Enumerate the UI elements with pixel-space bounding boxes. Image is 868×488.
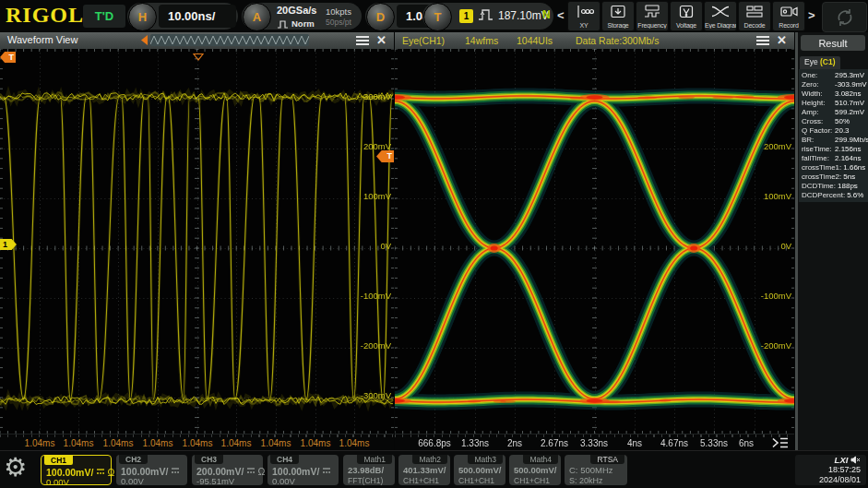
measurement-row: BR:299.9Mb/s — [802, 136, 868, 145]
wf-time-label: 1.04ms — [175, 438, 220, 448]
measurement-row: DCDTime:188ps — [802, 182, 868, 191]
channel4-box[interactable]: CH4 100.00mV/ 0.00V — [268, 455, 339, 485]
channel2-box[interactable]: CH2 100.00mV/ 0.00V — [116, 455, 187, 485]
bottom-bar: ⚙ CH1 100.00mV/Ω 0.00V CH2 100.00mV/ 0.0… — [0, 450, 868, 488]
dc-coupling-icon — [246, 465, 256, 476]
measurement-row: Zero:-303.9mV — [802, 80, 868, 89]
horizontal-scale[interactable]: 10.00ns/ — [159, 5, 236, 28]
measurement-row: Amp:599.2mV — [802, 108, 868, 117]
trigger-level: 187.10mV — [498, 9, 549, 22]
measurement-row: Cross:50% — [802, 117, 868, 126]
math1-box[interactable]: Math1 23.98dB/ FFT(CH1) — [343, 455, 395, 485]
acq-mode-icon — [277, 17, 289, 33]
wf-volt-label: 300mV — [345, 91, 391, 101]
dc-coupling-icon — [322, 465, 331, 476]
measurement-row: Height:510.7mV — [802, 99, 868, 108]
top-bar: RIGOL T'D H 10.00ns/ A 20GSa/s Norm 10kp… — [0, 0, 868, 32]
waveform-menu-icon[interactable] — [356, 36, 369, 45]
channel1-box[interactable]: CH1 100.00mV/Ω 0.00V — [41, 455, 112, 485]
tool-record[interactable]: Record — [772, 1, 805, 31]
wf-time-label: 1.04ms — [56, 438, 101, 448]
channel3-box[interactable]: CH3 200.00mV/Ω -95.51mV — [192, 455, 263, 485]
eye-time-axis: 666.8ps 1.33ns 2ns 2.67ns 3.33ns 4ns 4.6… — [395, 434, 794, 451]
eye-data-rate: Data Rate:300Mb/s — [576, 35, 659, 46]
rigol-logo: RIGOL — [6, 3, 84, 28]
wf-volt-label: -200mV — [345, 340, 391, 351]
speaker-muted-icon — [850, 456, 861, 464]
waveform-preview-strip[interactable] — [150, 34, 309, 46]
dc-coupling-icon — [171, 465, 180, 476]
measurement-row: fallTime:2.164ns — [802, 154, 868, 163]
tool-voltage[interactable]: Voltage — [670, 1, 703, 31]
tool-eye-diagram[interactable]: Eye Diagram — [704, 1, 737, 31]
wf-time-label: 1.04ms — [18, 438, 62, 448]
waveform-grid[interactable]: 300mV 200mV 100mV 0V -100mV -200mV -300m… — [0, 49, 394, 434]
result-panel: Result Eye (C1) One:295.3mV Zero:-303.9m… — [795, 32, 868, 450]
eye-title: Eye(CH1) — [402, 35, 445, 46]
clock-time: 18:57:25 — [795, 465, 861, 475]
horizontal-knob[interactable]: H — [128, 3, 157, 31]
wf-volt-label: -300mV — [345, 390, 391, 400]
system-status-box[interactable]: LXI 18:57:25 2024/08/01 — [795, 455, 866, 485]
eye-diagram-icon — [710, 5, 731, 18]
wf-time-label: 1.04ms — [332, 438, 376, 448]
memory-depth: 10kpts — [326, 6, 351, 17]
result-button[interactable]: Result — [801, 35, 865, 51]
acquire-knob[interactable]: A — [243, 3, 271, 31]
wf-time-label: 1.04ms — [96, 438, 140, 448]
oscilloscope-screen: RIGOL T'D H 10.00ns/ A 20GSa/s Norm 10kp… — [0, 0, 868, 488]
wf-time-label: 1.04ms — [214, 438, 258, 448]
preview-back-icon[interactable] — [140, 35, 149, 47]
waveform-display[interactable] — [0, 49, 394, 434]
trigger-position-marker[interactable] — [193, 48, 204, 65]
self-test-button[interactable] — [822, 2, 867, 32]
math3-box[interactable]: Math3 500.00mV/ CH1+CH1 — [454, 455, 505, 485]
eye-wfms: 14wfms — [465, 35, 498, 46]
delay-knob[interactable]: D — [366, 3, 395, 31]
xy-icon — [574, 5, 594, 18]
eye-volt-label: 100mV — [745, 191, 791, 201]
acq-mode: Norm — [291, 18, 315, 29]
eye-volt-label: -100mV — [745, 291, 791, 301]
measurement-list: One:295.3mV Zero:-303.9mV Width:3.082ns … — [799, 69, 868, 202]
measurement-row: One:295.3mV — [802, 71, 868, 80]
waveform-time-axis: 1.04ms 1.04ms 1.04ms 1.04ms 1.04ms 1.04m… — [0, 434, 394, 451]
sample-rate: 20GSa/s — [277, 5, 316, 16]
settings-gear-icon[interactable]: ⚙ — [4, 452, 27, 482]
wf-time-label: 1.04ms — [293, 438, 338, 448]
eye-grid[interactable]: 200mV 100mV 0V -100mV -200mV — [395, 49, 794, 434]
math2-box[interactable]: Math2 401.33mV/ CH1+CH1 — [398, 455, 450, 485]
trigger-slope-icon — [478, 7, 493, 26]
toolbar-scroll-left[interactable]: < — [557, 8, 565, 22]
decode-icon — [744, 5, 765, 18]
measurement-row: Width:3.082ns — [802, 89, 868, 99]
tool-xy[interactable]: XY — [567, 1, 600, 31]
math4-box[interactable]: Math4 500.00mV/ CH1+CH1 — [509, 455, 561, 485]
rtsa-box[interactable]: RTSA C: 500MHz S: 20kHz — [565, 455, 627, 485]
record-icon — [779, 5, 799, 18]
waveform-view-title: Waveform View — [7, 34, 77, 45]
dc-coupling-icon — [96, 466, 105, 477]
voltage-icon — [676, 5, 696, 18]
measurement-row: Q Factor:20.3 — [802, 126, 868, 136]
eye-diagram-display[interactable] — [395, 49, 794, 434]
trigger-knob[interactable]: T — [423, 3, 452, 31]
wf-time-label: 1.04ms — [136, 438, 180, 448]
clock-date: 2024/08/01 — [795, 475, 861, 485]
tool-decode[interactable]: Decode — [738, 1, 771, 31]
eye-volt-label: 200mV — [745, 141, 791, 151]
measurement-row: riseTime:2.156ns — [802, 145, 868, 154]
trigger-status-badge: T'D — [83, 5, 125, 28]
toolbar-scroll-right[interactable]: > — [808, 8, 815, 22]
waveform-close-icon[interactable]: ✕ — [376, 33, 386, 47]
sample-resolution: 50ps/pt — [326, 18, 351, 27]
trigger-source-badge[interactable]: 1 — [459, 9, 473, 23]
tool-frequency[interactable]: Frequency — [636, 1, 669, 31]
eye-time-label: 6ns — [722, 438, 770, 448]
wf-volt-label: -100mV — [345, 291, 391, 301]
tool-storage[interactable]: Storage — [601, 1, 635, 31]
result-tab-eye[interactable]: Eye (C1) — [800, 56, 840, 69]
eye-close-icon[interactable]: ✕ — [777, 33, 787, 47]
eye-menu-icon[interactable] — [756, 36, 769, 45]
eye-panel-header[interactable]: Eye(CH1) 14wfms 1044UIs Data Rate:300Mb/… — [395, 32, 794, 50]
